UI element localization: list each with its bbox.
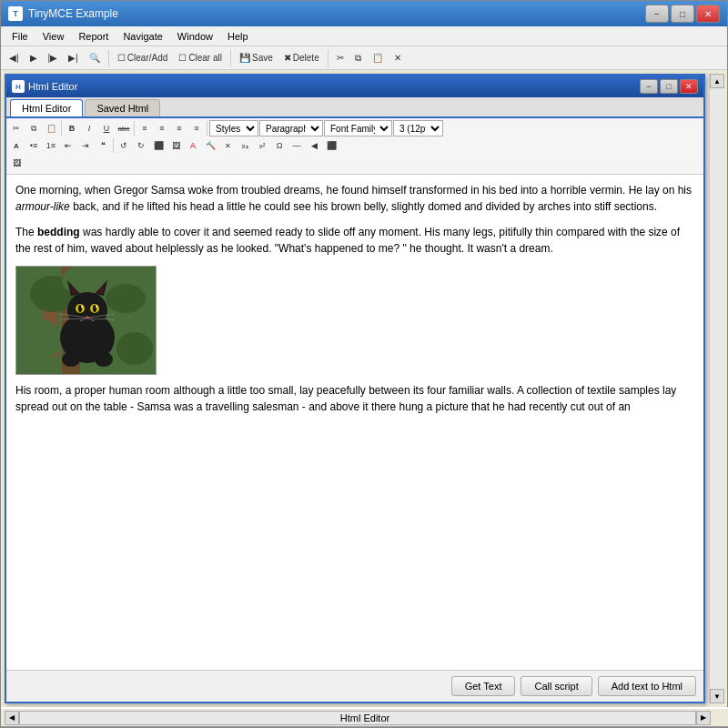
styles-select[interactable]: Styles [209,120,258,136]
cat-image [15,266,157,375]
paste-button[interactable]: 📋 [368,49,388,67]
scroll-down-button[interactable]: ▼ [710,689,724,703]
menu-navigate[interactable]: Navigate [116,29,169,44]
ed-media[interactable]: 🖼 [8,155,25,171]
ed-insert-link[interactable]: ⬛ [150,137,167,154]
ed-highlight[interactable]: 🔨 [202,137,218,154]
ed-superscript[interactable]: x² [254,137,270,154]
inner-title-bar: H Html Editor − □ ✕ [6,76,703,97]
nav-end-button[interactable]: ▶| [64,49,83,67]
svg-point-5 [106,284,146,313]
svg-point-7 [116,332,153,365]
ed-paste-button[interactable]: 📋 [43,120,59,136]
nav-forward-button[interactable]: ▶ [25,49,42,67]
status-label: Html Editor [340,713,389,723]
nav-play-button[interactable]: |▶ [44,49,63,67]
italic-text: armour-like [15,200,70,213]
call-script-button[interactable]: Call script [521,676,592,696]
delete-button[interactable]: ✖ Delete [279,49,324,67]
paragraph-1: One morning, when Gregor Samsa woke from… [15,182,694,215]
scroll-left-button[interactable]: ◀ [5,711,19,725]
clear-add-icon: ☐ [117,53,126,63]
align-right-button[interactable]: ≡ [171,120,187,136]
ed-blockquote[interactable]: ❝ [95,137,111,154]
svg-point-25 [62,352,80,367]
ed-special-char[interactable]: Ω [271,137,288,154]
ed-sep-1 [61,121,62,136]
align-center-button[interactable]: ≡ [154,120,170,136]
minimize-button[interactable]: − [645,5,669,23]
window-controls: − □ ✕ [645,5,720,23]
clear-add-button[interactable]: ☐ Clear/Add [113,49,172,67]
menu-help[interactable]: Help [220,29,256,44]
cut-button[interactable]: ✂ [332,49,349,67]
close-button[interactable]: ✕ [696,5,720,23]
align-left-button[interactable]: ≡ [136,120,153,136]
svg-point-19 [96,306,97,308]
ed-btn-a[interactable]: A [8,137,25,154]
inner-minimize-button[interactable]: − [640,79,658,94]
menu-file[interactable]: File [5,29,35,44]
menu-window[interactable]: Window [170,29,220,44]
tab-html-editor[interactable]: Html Editor [10,99,83,116]
font-size-select[interactable]: 3 (12pt) [393,120,443,136]
ed-indent[interactable]: ⇥ [77,137,94,154]
italic-button[interactable]: I [81,120,97,136]
copy-button[interactable]: ⧉ [350,49,366,67]
right-scrollbar: ▲ ▼ [709,74,723,703]
main-toolbar: ◀| ▶ |▶ ▶| 🔍 ☐ Clear/Add ☐ ☐ Clear allCl… [1,46,727,70]
inner-maximize-button[interactable]: □ [660,79,678,94]
ed-copy-button[interactable]: ⧉ [25,120,42,136]
nav-back-button[interactable]: ◀| [5,49,24,67]
bold-text: bedding [37,226,80,238]
bold-button[interactable]: B [64,120,80,136]
ed-remove-format[interactable]: ✕ [219,137,236,154]
toolbar-separator-1 [108,50,109,66]
search-button[interactable]: 🔍 [85,49,105,67]
ed-sep-3 [207,121,207,136]
ed-cut-button[interactable]: ✂ [8,120,25,136]
ed-subscript[interactable]: x₂ [237,137,253,154]
menu-report[interactable]: Report [71,29,116,44]
save-button[interactable]: 💾 Save [235,49,278,67]
align-justify-button[interactable]: ≡ [188,120,205,136]
editor-toolbar-row2: A •≡ 1≡ ⇤ ⇥ ❝ ↺ ↻ ⬛ 🖼 A 🔨 ✕ x [8,137,702,154]
menu-bar: File View Report Navigate Window Help [1,26,727,46]
ed-source[interactable]: ⬛ [323,137,339,154]
svg-point-18 [81,306,83,308]
inner-window-controls: − □ ✕ [640,79,698,94]
maximize-button[interactable]: □ [671,5,694,23]
toolbar-close-button[interactable]: ✕ [389,49,406,67]
editor-content[interactable]: One morning, when Gregor Samsa woke from… [6,175,703,670]
scroll-up-button[interactable]: ▲ [710,74,724,88]
clear-all-button[interactable]: ☐ ☐ Clear allClear all [174,49,227,67]
scroll-right-button[interactable]: ▶ [696,711,711,725]
ed-ltr[interactable]: ◀ [306,137,322,154]
menu-view[interactable]: View [35,29,72,44]
paragraph-2: The bedding was hardly able to cover it … [15,224,694,257]
ed-list-unordered[interactable]: •≡ [25,137,42,154]
strikethrough-button[interactable]: abc [116,120,132,136]
svg-point-9 [67,292,107,329]
ed-hr[interactable]: — [288,137,305,154]
ed-outdent[interactable]: ⇤ [60,137,76,154]
app-icon: T [8,6,23,21]
title-bar: T TinyMCE Example − □ ✕ [1,1,727,26]
inner-close-button[interactable]: ✕ [680,79,698,94]
ed-list-ordered[interactable]: 1≡ [43,137,59,154]
ed-font-color[interactable]: A [185,137,201,154]
tab-saved-html[interactable]: Saved Html [85,99,160,116]
ed-insert-image[interactable]: 🖼 [167,137,184,154]
font-family-select[interactable]: Font Family [324,120,392,136]
resize-grip [714,711,728,725]
underline-button[interactable]: U [98,120,115,136]
editor-toolbar-row1: ✂ ⧉ 📋 B I U abc ≡ ≡ ≡ ≡ [8,120,702,136]
paragraph-select[interactable]: Paragraph [259,120,323,136]
outer-window: T TinyMCE Example − □ ✕ File View Report… [0,0,728,728]
tab-bar: Html Editor Saved Html [6,97,703,118]
ed-undo[interactable]: ↺ [116,137,132,154]
ed-redo[interactable]: ↻ [133,137,149,154]
add-text-button[interactable]: Add text to Html [598,676,696,696]
window-title: TinyMCE Example [28,7,645,20]
get-text-button[interactable]: Get Text [451,676,516,696]
